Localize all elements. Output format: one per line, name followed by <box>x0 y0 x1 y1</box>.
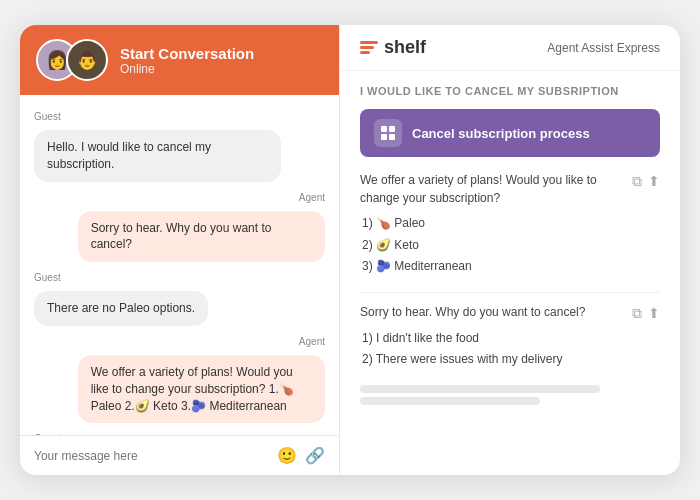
assist-content: I WOULD LIKE TO CANCEL MY SUBSRIPTION Ca… <box>340 71 680 475</box>
bubble-guest-1: Hello. I would like to cancel my subscri… <box>34 130 281 182</box>
suggestion-block-2: Sorry to hear. Why do you want to cancel… <box>360 303 660 371</box>
chat-header-title: Start Conversation <box>120 45 254 62</box>
assist-panel: shelf Agent Assist Express I WOULD LIKE … <box>340 25 680 475</box>
share-icon-2[interactable]: ⬆ <box>648 305 660 322</box>
bubble-guest-2: There are no Paleo options. <box>34 291 208 326</box>
shelf-logo-text: shelf <box>384 37 426 58</box>
suggestion-row-2: Sorry to hear. Why do you want to cancel… <box>360 303 660 322</box>
query-title: I WOULD LIKE TO CANCEL MY SUBSRIPTION <box>360 85 660 97</box>
bubble-agent-1: Sorry to hear. Why do you want to cancel… <box>78 211 325 263</box>
chat-messages: Guest Hello. I would like to cancel my s… <box>20 95 339 435</box>
chat-header-info: Start Conversation Online <box>120 45 254 76</box>
assist-card-icon <box>374 119 402 147</box>
suggestion-block-1: We offer a variety of plans! Would you l… <box>360 171 660 278</box>
skeleton-bar-1 <box>360 385 600 393</box>
main-card: 👩 👨 Start Conversation Online Guest Hell… <box>20 25 680 475</box>
chat-input[interactable] <box>34 449 269 463</box>
chat-panel: 👩 👨 Start Conversation Online Guest Hell… <box>20 25 340 475</box>
suggestion-list-2: 1) I didn't like the food 2) There were … <box>360 328 660 371</box>
suggestion-text-1: We offer a variety of plans! Would you l… <box>360 171 624 207</box>
shelf-logo: shelf <box>360 37 426 58</box>
label-agent-2: Agent <box>34 336 325 347</box>
skeleton-bar-2 <box>360 397 540 405</box>
assist-card-text: Cancel subscription process <box>412 126 590 141</box>
assist-card: Cancel subscription process <box>360 109 660 157</box>
emoji-icon[interactable]: 🙂 <box>277 446 297 465</box>
suggestion-text-2: Sorry to hear. Why do you want to cancel… <box>360 303 624 321</box>
copy-icon-2[interactable]: ⧉ <box>632 305 642 322</box>
copy-icon-1[interactable]: ⧉ <box>632 173 642 190</box>
suggestion-actions-1: ⧉ ⬆ <box>632 173 660 190</box>
list-item-2-2: 2) There were issues with my delivery <box>362 349 660 371</box>
share-icon-1[interactable]: ⬆ <box>648 173 660 190</box>
chat-header-status: Online <box>120 62 254 76</box>
suggestion-list-1: 1) 🍗 Paleo 2) 🥑 Keto 3) 🫐 Mediterranean <box>360 213 660 278</box>
logo-bar-1 <box>360 41 378 44</box>
assist-header-label: Agent Assist Express <box>547 41 660 55</box>
list-item-2-1: 1) I didn't like the food <box>362 328 660 350</box>
logo-bar-3 <box>360 51 370 54</box>
assist-header: shelf Agent Assist Express <box>340 25 680 71</box>
chat-input-area: 🙂 🔗 <box>20 435 339 475</box>
svg-rect-2 <box>381 134 387 140</box>
shelf-logo-icon <box>360 41 378 54</box>
label-guest-2: Guest <box>34 272 325 283</box>
label-guest-1: Guest <box>34 111 325 122</box>
svg-rect-0 <box>381 126 387 132</box>
svg-rect-3 <box>389 134 395 140</box>
svg-rect-1 <box>389 126 395 132</box>
bubble-agent-2: We offer a variety of plans! Would you l… <box>78 355 325 423</box>
avatar-group: 👩 👨 <box>36 39 108 81</box>
label-agent-1: Agent <box>34 192 325 203</box>
list-item-1-1: 1) 🍗 Paleo <box>362 213 660 235</box>
avatar-agent2: 👨 <box>66 39 108 81</box>
list-item-1-2: 2) 🥑 Keto <box>362 235 660 257</box>
logo-bar-2 <box>360 46 374 49</box>
link-icon[interactable]: 🔗 <box>305 446 325 465</box>
list-item-1-3: 3) 🫐 Mediterranean <box>362 256 660 278</box>
chat-input-icons: 🙂 🔗 <box>277 446 325 465</box>
chat-header: 👩 👨 Start Conversation Online <box>20 25 339 95</box>
suggestion-row-1: We offer a variety of plans! Would you l… <box>360 171 660 207</box>
suggestion-actions-2: ⧉ ⬆ <box>632 305 660 322</box>
divider <box>360 292 660 293</box>
